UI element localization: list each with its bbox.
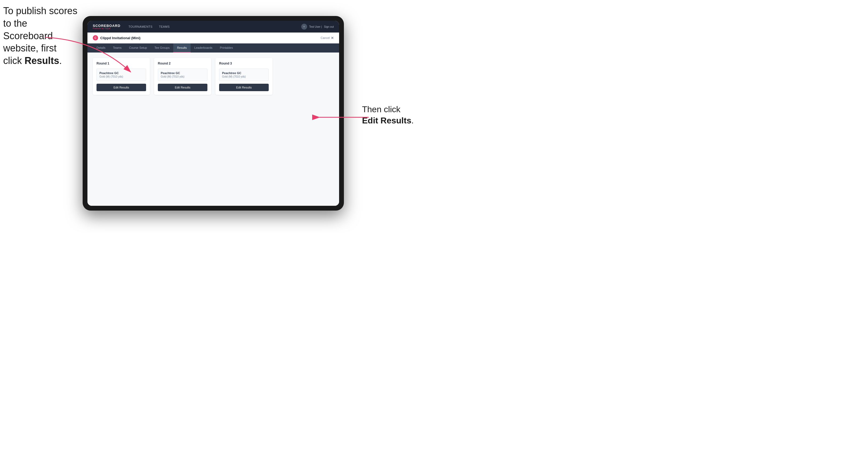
tablet-device: SCOREBOARD Powered by clippd TOURNAMENTS… [83, 16, 344, 211]
rounds-grid: Round 1 Peachtree GC Gold (M) (7010 yds)… [93, 58, 334, 95]
sign-out-link[interactable]: Sign out [324, 25, 334, 28]
navbar: SCOREBOARD Powered by clippd TOURNAMENTS… [87, 21, 339, 33]
logo-area: SCOREBOARD Powered by clippd [93, 24, 121, 29]
round-1-title: Round 1 [96, 62, 146, 65]
round-1-course-name: Peachtree GC [99, 71, 143, 75]
round-1-edit-results-button[interactable]: Edit Results [96, 84, 146, 91]
tab-leaderboards[interactable]: Leaderboards [191, 43, 216, 53]
tab-teams[interactable]: Teams [109, 43, 125, 53]
tab-tee-groups[interactable]: Tee Groups [151, 43, 173, 53]
round-1-course-card: Peachtree GC Gold (M) (7010 yds) [96, 68, 146, 81]
round-1-course-details: Gold (M) (7010 yds) [99, 75, 143, 78]
nav-tournaments[interactable]: TOURNAMENTS [128, 24, 153, 29]
cancel-x-icon: ✕ [331, 36, 334, 40]
round-2-course-details: Gold (M) (7010 yds) [161, 75, 205, 78]
nav-links: TOURNAMENTS TEAMS [128, 24, 301, 29]
round-1-card: Round 1 Peachtree GC Gold (M) (7010 yds)… [93, 58, 150, 95]
logo-scoreboard: SCOREBOARD [93, 24, 121, 27]
user-label: Test User | [309, 25, 322, 28]
round-2-course-card: Peachtree GC Gold (M) (7010 yds) [158, 68, 208, 81]
main-content: Round 1 Peachtree GC Gold (M) (7010 yds)… [87, 53, 339, 206]
round-3-title: Round 3 [219, 62, 269, 65]
round-3-course-card: Peachtree GC Gold (M) (7010 yds) [219, 68, 269, 81]
round-3-card: Round 3 Peachtree GC Gold (M) (7010 yds)… [215, 58, 273, 95]
round-2-card: Round 2 Peachtree GC Gold (M) (7010 yds)… [154, 58, 211, 95]
tournament-name: Clippd Invitational (Mini) [100, 36, 141, 40]
round-2-edit-results-button[interactable]: Edit Results [158, 84, 208, 91]
tabs-bar: Details Teams Course Setup Tee Groups Re… [87, 43, 339, 53]
tab-results[interactable]: Results [173, 43, 191, 53]
tournament-header: C Clippd Invitational (Mini) Cancel ✕ [87, 33, 339, 43]
tablet-screen: SCOREBOARD Powered by clippd TOURNAMENTS… [87, 21, 339, 206]
cancel-button[interactable]: Cancel ✕ [321, 36, 334, 40]
user-avatar: T [301, 24, 307, 30]
tab-course-setup[interactable]: Course Setup [125, 43, 151, 53]
logo-powered: Powered by clippd [93, 27, 121, 29]
tab-details[interactable]: Details [93, 43, 109, 53]
annotation-right: Then click Edit Results. [362, 104, 426, 126]
round-3-edit-results-button[interactable]: Edit Results [219, 84, 269, 91]
tournament-title: C Clippd Invitational (Mini) [93, 35, 141, 40]
round-2-title: Round 2 [158, 62, 208, 65]
nav-user: T Test User | Sign out [301, 24, 334, 30]
tab-printables[interactable]: Printables [216, 43, 237, 53]
nav-teams[interactable]: TEAMS [159, 24, 169, 29]
annotation-left: To publish scores to the Scoreboard webs… [3, 5, 78, 67]
round-3-course-name: Peachtree GC [222, 71, 266, 75]
round-3-course-details: Gold (M) (7010 yds) [222, 75, 266, 78]
tournament-icon: C [93, 35, 98, 40]
round-2-course-name: Peachtree GC [161, 71, 205, 75]
